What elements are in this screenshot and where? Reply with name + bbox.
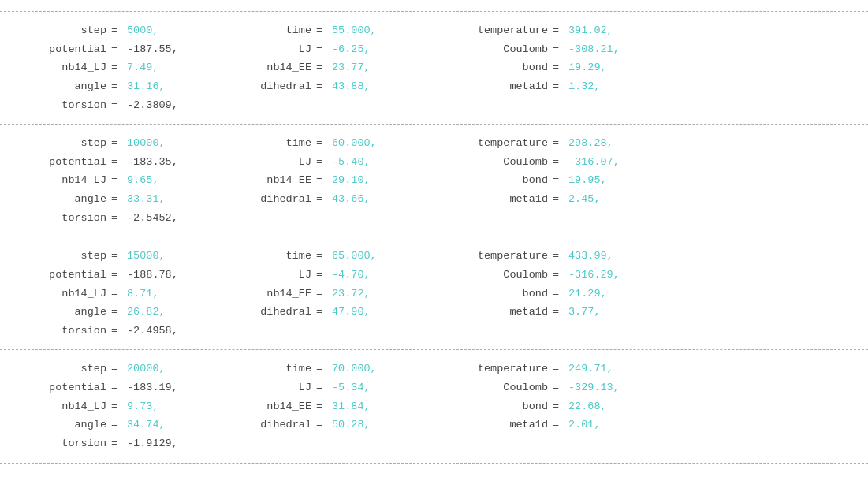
divider-after-0 — [0, 124, 868, 125]
spacer — [193, 190, 240, 209]
spacer — [193, 134, 240, 153]
field-label: dihedral — [240, 77, 311, 96]
eq-sign: = — [106, 96, 122, 115]
spacer — [398, 171, 445, 190]
field-value: 47.90, — [327, 303, 398, 322]
spacer — [193, 40, 240, 59]
row-1-2: nb14_LJ =9.65,nb14_EE =29.10,bond =19.95… — [16, 171, 852, 190]
spacer — [193, 303, 240, 322]
eq-sign: = — [548, 285, 564, 304]
field-value: 9.73, — [122, 397, 193, 416]
divider-after-1 — [0, 237, 868, 237]
eq-sign: = — [548, 359, 564, 378]
eq-sign: = — [106, 247, 122, 266]
row-1-4: torsion =-2.5452, — [16, 209, 852, 228]
field-label: LJ — [240, 153, 311, 172]
field-label: nb14_LJ — [24, 285, 106, 304]
field-value: -5.34, — [327, 378, 398, 397]
eq-sign: = — [311, 153, 327, 172]
spacer — [398, 190, 445, 209]
eq-sign: = — [106, 285, 122, 304]
eq-sign: = — [548, 397, 564, 416]
field-value: 9.65, — [122, 171, 193, 190]
field-value: -308.21, — [564, 40, 635, 59]
field-value: -316.07, — [564, 153, 635, 172]
spacer — [193, 397, 240, 416]
field-value: -1.9129, — [122, 434, 193, 453]
field-value: -329.13, — [564, 378, 635, 397]
row-0-0: step =5000,time =55.000,temperature =391… — [16, 21, 852, 40]
spacer — [398, 247, 445, 266]
row-1-1: potential =-183.35,LJ =-5.40,Coulomb =-3… — [16, 153, 852, 172]
eq-sign: = — [106, 397, 122, 416]
field-label: time — [240, 134, 311, 153]
field-value: 5000, — [122, 21, 193, 40]
field-label: bond — [445, 285, 548, 304]
field-label: angle — [24, 303, 106, 322]
eq-sign: = — [311, 21, 327, 40]
eq-sign: = — [548, 247, 564, 266]
spacer — [398, 415, 445, 434]
spacer — [193, 285, 240, 304]
eq-sign: = — [106, 378, 122, 397]
eq-sign: = — [106, 58, 122, 77]
field-value: 433.99, — [564, 247, 635, 266]
field-label: bond — [445, 397, 548, 416]
spacer — [398, 378, 445, 397]
eq-sign: = — [548, 303, 564, 322]
row-3-3: angle =34.74,dihedral =50.28,meta1d =2.0… — [16, 415, 852, 434]
field-label: temperature — [445, 134, 548, 153]
spacer — [193, 378, 240, 397]
field-value: 43.66, — [327, 190, 398, 209]
field-label: meta1d — [445, 77, 548, 96]
field-value: 298.28, — [564, 134, 635, 153]
eq-sign: = — [548, 21, 564, 40]
field-value: 60.000, — [327, 134, 398, 153]
spacer — [193, 266, 240, 285]
field-label: bond — [445, 171, 548, 190]
eq-sign: = — [311, 247, 327, 266]
field-value: -183.19, — [122, 378, 193, 397]
field-label: meta1d — [445, 190, 548, 209]
eq-sign: = — [311, 285, 327, 304]
field-label: nb14_EE — [240, 285, 311, 304]
eq-sign: = — [311, 134, 327, 153]
row-2-4: torsion =-2.4958, — [16, 322, 852, 341]
eq-sign: = — [548, 134, 564, 153]
field-value: 249.71, — [564, 359, 635, 378]
eq-sign: = — [106, 434, 122, 453]
field-label: temperature — [445, 21, 548, 40]
eq-sign: = — [106, 190, 122, 209]
row-3-2: nb14_LJ =9.73,nb14_EE =31.84,bond =22.68… — [16, 397, 852, 416]
field-value: -4.70, — [327, 266, 398, 285]
spacer — [398, 397, 445, 416]
field-value: 33.31, — [122, 190, 193, 209]
field-value: -2.5452, — [122, 209, 193, 228]
row-3-0: step =20000,time =70.000,temperature =24… — [16, 359, 852, 378]
row-2-0: step =15000,time =65.000,temperature =43… — [16, 247, 852, 266]
eq-sign: = — [548, 58, 564, 77]
field-value: 391.02, — [564, 21, 635, 40]
spacer — [398, 77, 445, 96]
field-value: -188.78, — [122, 266, 193, 285]
field-label: step — [24, 21, 106, 40]
field-value: -5.40, — [327, 153, 398, 172]
field-label: nb14_LJ — [24, 58, 106, 77]
eq-sign: = — [106, 40, 122, 59]
field-value: 8.71, — [122, 285, 193, 304]
row-0-3: angle =31.16,dihedral =43.88,meta1d =1.3… — [16, 77, 852, 96]
field-label: torsion — [24, 322, 106, 341]
eq-sign: = — [311, 303, 327, 322]
field-label: step — [24, 359, 106, 378]
field-label: angle — [24, 190, 106, 209]
spacer — [398, 58, 445, 77]
field-value: 31.84, — [327, 397, 398, 416]
field-label: Coulomb — [445, 266, 548, 285]
eq-sign: = — [311, 415, 327, 434]
field-label: nb14_EE — [240, 397, 311, 416]
row-3-4: torsion =-1.9129, — [16, 434, 852, 453]
spacer — [398, 134, 445, 153]
eq-sign: = — [311, 378, 327, 397]
field-label: angle — [24, 415, 106, 434]
divider-after-3 — [0, 463, 868, 464]
